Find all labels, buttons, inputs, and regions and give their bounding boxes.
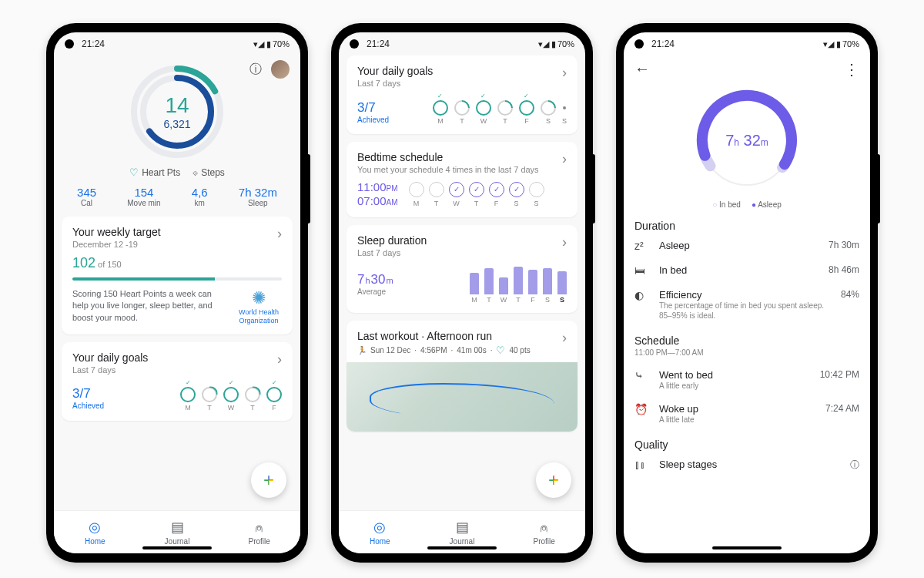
screen-goals: 21:24 ▾◢ ▮70% Your daily goalsLast 7 day… (339, 32, 585, 553)
stat-cal[interactable]: 345Cal (77, 186, 96, 207)
home-indicator[interactable] (712, 546, 782, 549)
phone-sleep: 21:24 ▾◢ ▮70% ← ⋮ 7h 32m ○ In bed● Aslee… (616, 23, 878, 563)
screen-home: 21:24 ▾◢ ▮70% ⓘ 14 6,321 ♡Heart Pts (54, 32, 300, 553)
stat-movemin[interactable]: 154Move min (127, 186, 160, 207)
duration-heading: Duration (624, 220, 870, 232)
camera-cutout (65, 39, 74, 49)
stat-km[interactable]: 4,6km (192, 186, 208, 207)
row-woke-up[interactable]: ⏰Woke upA little late7:24 AM (624, 397, 870, 431)
fab-add-button[interactable]: + (251, 462, 286, 498)
steps-value: 6,321 (163, 118, 190, 130)
bedtime-days: M T ✓W ✓T ✓F ✓S S (409, 182, 544, 207)
info-icon[interactable]: ⓘ (850, 459, 859, 472)
row-sleep-stages[interactable]: ⫿⫾Sleep stagesⓘ (624, 452, 870, 478)
run-icon: 🏃 (357, 346, 367, 355)
sleep-bars-chart (470, 264, 567, 294)
nav-home[interactable]: ◎Home (339, 511, 421, 553)
row-asleep[interactable]: z²Asleep7h 30m (624, 234, 870, 258)
chevron-right-icon: › (277, 226, 282, 242)
back-button[interactable]: ← (634, 60, 650, 79)
journal-icon: ▤ (171, 519, 184, 536)
who-badge: ✺World Health Organization (236, 288, 282, 325)
steps-icon: ⟐ (192, 167, 198, 178)
heart-icon: ♡ (129, 166, 139, 178)
home-indicator[interactable] (142, 546, 212, 549)
home-indicator[interactable] (427, 546, 497, 549)
nav-profile[interactable]: ⍝Profile (503, 511, 585, 553)
screen-sleep: 21:24 ▾◢ ▮70% ← ⋮ 7h 32m ○ In bed● Aslee… (624, 32, 870, 553)
status-bar: 21:24 ▾◢ ▮70% (624, 32, 870, 55)
sleep-duration-card[interactable]: Sleep durationLast 7 days› 7h30mAverage … (346, 225, 578, 313)
bedtime-card[interactable]: Bedtime scheduleYou met your schedule 4 … (346, 142, 578, 217)
workout-map[interactable] (346, 362, 578, 432)
bed-arrow-icon: ⤷ (634, 369, 650, 381)
row-inbed[interactable]: 🛏In bed8h 46m (624, 258, 870, 283)
sleep-legend: ○ In bed● Asleep (624, 200, 870, 209)
nav-profile[interactable]: ⍝Profile (218, 511, 300, 553)
weekly-target-card[interactable]: Your weekly target December 12 -19 › 102… (62, 217, 293, 334)
more-menu-icon[interactable]: ⋮ (844, 60, 859, 79)
status-time: 21:24 (82, 39, 105, 49)
fab-add-button[interactable]: + (536, 462, 571, 498)
phone-goals: 21:24 ▾◢ ▮70% Your daily goalsLast 7 day… (331, 23, 593, 563)
quality-heading: Quality (624, 439, 870, 451)
achieved-count: 3/7 (72, 386, 104, 402)
who-icon: ✺ (236, 288, 282, 308)
bars-icon: ⫿⫾ (634, 459, 650, 471)
chevron-right-icon: › (277, 351, 282, 368)
status-right: ▾◢ ▮70% (253, 39, 290, 49)
profile-icon: ⍝ (255, 519, 263, 536)
row-went-to-bed[interactable]: ⤷Went to bedA little early10:42 PM (624, 363, 870, 397)
activity-ring[interactable]: 14 6,321 (62, 62, 293, 162)
days-row: ✓M T ✓W T ✓F (180, 379, 282, 412)
progress-bar (72, 277, 282, 281)
sleep-clock: 7h 32m (624, 86, 870, 194)
nav-home[interactable]: ◎Home (54, 511, 136, 553)
bed-icon: 🛏 (634, 264, 650, 277)
daily-goals-card[interactable]: Your daily goals Last 7 days › 3/7Achiev… (62, 342, 293, 421)
stat-sleep[interactable]: 7h 32mSleep (239, 186, 277, 207)
last-workout-card[interactable]: Last workout · Afternoon run 🏃Sun 12 Dec… (346, 321, 578, 432)
schedule-heading: Schedule (624, 334, 870, 347)
zzz-icon: z² (634, 240, 650, 252)
ring-legend: ♡Heart Pts ⟐Steps (62, 166, 293, 178)
weekly-progress: 102 (72, 255, 95, 271)
heart-points-value: 14 (165, 93, 189, 118)
phone-home: 21:24 ▾◢ ▮70% ⓘ 14 6,321 ♡Heart Pts (46, 23, 308, 563)
row-efficiency[interactable]: ◐EfficiencyThe percentage of time in bed… (624, 283, 870, 327)
weekly-target-text: Scoring 150 Heart Points a week can help… (72, 288, 228, 325)
stats-row: 345Cal 154Move min 4,6km 7h 32mSleep (62, 186, 293, 207)
status-bar: 21:24 ▾◢ ▮70% (339, 32, 585, 55)
home-icon: ◎ (89, 519, 101, 536)
efficiency-icon: ◐ (634, 289, 650, 301)
status-bar: 21:24 ▾◢ ▮70% (54, 32, 300, 55)
daily-goals-card[interactable]: Your daily goalsLast 7 days› 3/7Achieved… (346, 55, 578, 134)
alarm-icon: ⏰ (634, 403, 650, 415)
